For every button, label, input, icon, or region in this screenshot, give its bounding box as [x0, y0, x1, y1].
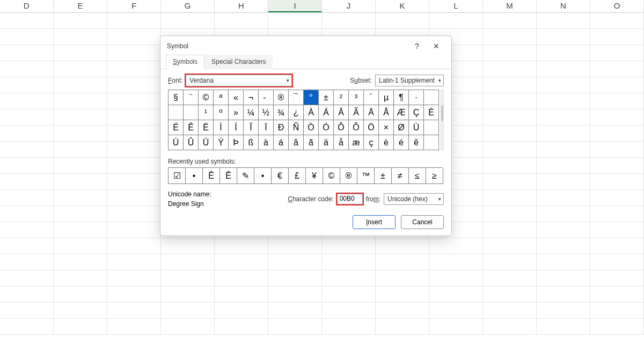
- symbol-cell[interactable]: À: [304, 105, 319, 120]
- cell[interactable]: [107, 206, 161, 222]
- cell[interactable]: [0, 190, 54, 205]
- cell[interactable]: [0, 222, 54, 238]
- cell[interactable]: [483, 286, 537, 302]
- symbol-cell[interactable]: Ì: [214, 120, 229, 135]
- cell[interactable]: [483, 270, 537, 286]
- column-header-O[interactable]: O: [590, 0, 644, 12]
- cell[interactable]: [107, 319, 161, 334]
- symbol-cell[interactable]: ¯: [289, 90, 304, 105]
- cell[interactable]: [0, 93, 54, 109]
- symbol-cell[interactable]: Ó: [319, 120, 334, 135]
- cell[interactable]: [54, 126, 107, 141]
- symbol-cell[interactable]: -­: [259, 90, 274, 105]
- cell[interactable]: [537, 158, 590, 173]
- cell[interactable]: [0, 109, 54, 125]
- symbol-cell[interactable]: Ñ: [289, 120, 304, 135]
- cell[interactable]: [537, 142, 590, 157]
- scrollbar-vertical[interactable]: [441, 90, 444, 150]
- symbol-cell[interactable]: â: [289, 135, 304, 150]
- symbol-cell[interactable]: ã: [304, 135, 319, 150]
- recent-symbol-cell[interactable]: ©: [323, 168, 340, 184]
- cancel-button[interactable]: Cancel: [401, 215, 444, 229]
- cell[interactable]: [483, 190, 537, 205]
- font-dropdown[interactable]: Verdana ▾: [186, 75, 292, 86]
- cell[interactable]: [590, 254, 644, 270]
- cell[interactable]: [107, 174, 161, 189]
- symbol-cell[interactable]: ¾: [274, 105, 289, 120]
- cell[interactable]: [107, 93, 161, 109]
- column-header-J[interactable]: J: [322, 0, 376, 12]
- recent-symbol-cell[interactable]: Ê: [203, 168, 220, 184]
- recent-symbol-cell[interactable]: ¥: [306, 168, 323, 184]
- recent-symbol-cell[interactable]: ±: [375, 168, 392, 184]
- close-button[interactable]: ✕: [427, 39, 446, 53]
- cell[interactable]: [537, 126, 590, 141]
- symbol-cell[interactable]: ä: [319, 135, 334, 150]
- cell[interactable]: [54, 174, 107, 189]
- symbol-cell[interactable]: Ä: [364, 105, 379, 120]
- symbol-cell[interactable]: ç: [364, 135, 379, 150]
- symbol-cell[interactable]: [424, 135, 439, 150]
- cell[interactable]: [537, 109, 590, 125]
- cell[interactable]: [429, 319, 483, 334]
- symbol-cell[interactable]: ®: [274, 90, 289, 105]
- symbol-cell[interactable]: ²: [334, 90, 349, 105]
- cell[interactable]: [107, 61, 161, 77]
- cell[interactable]: [161, 270, 215, 286]
- cell[interactable]: [376, 270, 429, 286]
- symbol-cell[interactable]: é: [394, 135, 409, 150]
- cell[interactable]: [0, 13, 54, 28]
- symbol-cell[interactable]: å: [334, 135, 349, 150]
- cell[interactable]: [590, 93, 644, 109]
- cell[interactable]: [483, 61, 537, 77]
- cell[interactable]: [429, 13, 483, 28]
- cell[interactable]: [322, 303, 376, 318]
- cell[interactable]: [537, 29, 590, 45]
- symbol-cell[interactable]: É: [169, 120, 184, 135]
- symbol-cell[interactable]: Ô: [334, 120, 349, 135]
- symbol-cell[interactable]: Å: [379, 105, 394, 120]
- recent-symbol-cell[interactable]: ®: [340, 168, 357, 184]
- cell[interactable]: [54, 61, 107, 77]
- cell[interactable]: [590, 158, 644, 173]
- symbol-cell[interactable]: ¹: [199, 105, 214, 120]
- symbol-cell[interactable]: ê: [409, 135, 424, 150]
- cell[interactable]: [537, 303, 590, 318]
- column-header-H[interactable]: H: [215, 0, 268, 12]
- cell[interactable]: [107, 77, 161, 93]
- cell[interactable]: [268, 270, 322, 286]
- symbol-cell[interactable]: Ú: [169, 135, 184, 150]
- symbol-cell[interactable]: ¬: [244, 90, 259, 105]
- cell[interactable]: [0, 286, 54, 302]
- cell[interactable]: [107, 222, 161, 238]
- column-header-G[interactable]: G: [161, 0, 215, 12]
- cell[interactable]: [107, 126, 161, 141]
- cell[interactable]: [537, 254, 590, 270]
- symbol-cell[interactable]: Ö: [364, 120, 379, 135]
- cell[interactable]: [537, 222, 590, 238]
- cell[interactable]: [107, 142, 161, 157]
- cell[interactable]: [54, 13, 107, 28]
- cell[interactable]: [268, 303, 322, 318]
- cell[interactable]: [429, 303, 483, 318]
- cell[interactable]: [0, 270, 54, 286]
- symbol-cell[interactable]: Á: [319, 105, 334, 120]
- recent-symbol-cell[interactable]: ☑: [169, 168, 186, 184]
- symbol-cell[interactable]: [184, 105, 199, 120]
- recent-symbol-cell[interactable]: ≥: [426, 168, 443, 184]
- symbol-cell[interactable]: ±: [319, 90, 334, 105]
- cell[interactable]: [54, 93, 107, 109]
- cell[interactable]: [0, 206, 54, 222]
- cell[interactable]: [268, 13, 322, 28]
- cell[interactable]: [215, 270, 268, 286]
- column-header-I[interactable]: I: [268, 0, 322, 12]
- cell[interactable]: [0, 254, 54, 270]
- cell[interactable]: [0, 77, 54, 93]
- cell[interactable]: [537, 77, 590, 93]
- cell[interactable]: [107, 254, 161, 270]
- symbol-cell[interactable]: µ: [379, 90, 394, 105]
- symbol-cell[interactable]: ª: [214, 90, 229, 105]
- symbol-cell[interactable]: ³: [349, 90, 364, 105]
- cell[interactable]: [161, 254, 215, 270]
- cell[interactable]: [590, 174, 644, 189]
